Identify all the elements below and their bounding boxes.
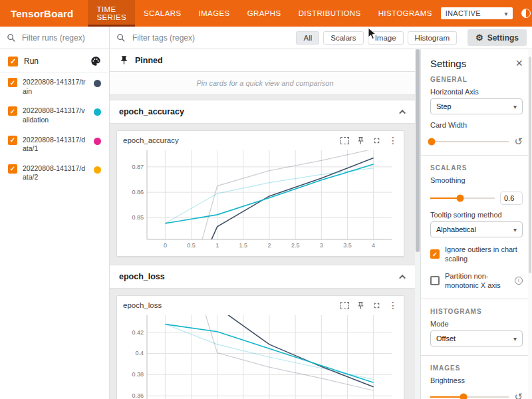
run-checkbox[interactable]: ✓	[8, 136, 17, 145]
images-section-label: IMAGES	[430, 364, 523, 372]
settings-scrollbar[interactable]	[528, 49, 532, 399]
svg-text:0: 0	[164, 242, 167, 249]
histogram-mode-select[interactable]: Offset ▾	[430, 331, 523, 346]
svg-text:0.86: 0.86	[132, 189, 144, 196]
run-color-dot	[94, 108, 101, 116]
selection-box-icon[interactable]	[340, 137, 349, 144]
slider-thumb[interactable]	[428, 138, 436, 145]
smoothing-slider[interactable]	[430, 198, 495, 199]
fullscreen-icon[interactable]	[372, 136, 381, 145]
run-label: 20220808-141317/data/2	[23, 164, 88, 182]
run-color-dot	[94, 138, 101, 145]
scrollbar-thumb[interactable]	[529, 57, 531, 273]
chevron-down-icon: ▾	[504, 10, 507, 17]
filter-chip-histogram[interactable]: Histogram	[408, 31, 457, 45]
app-title: TensorBoard	[0, 8, 88, 19]
tooltip-sort-select[interactable]: Alphabetical ▾	[430, 221, 523, 237]
tab-graphs[interactable]: GRAPHS	[239, 0, 290, 27]
pin-icon[interactable]	[356, 136, 365, 145]
settings-panel-title: Settings	[430, 58, 466, 69]
section-header-epoch-accuracy[interactable]: epoch_accuracy	[110, 100, 420, 124]
select-all-runs-checkbox[interactable]: ✓	[8, 57, 18, 66]
filter-tags-input[interactable]	[131, 33, 284, 43]
selection-box-icon[interactable]	[340, 302, 349, 309]
tab-histograms[interactable]: HISTOGRAMS	[370, 0, 441, 27]
tab-images[interactable]: IMAGES	[190, 0, 239, 27]
section-title: epoch_accuracy	[119, 107, 184, 116]
tab-scalars[interactable]: SCALARS	[135, 0, 190, 27]
tag-filter-chips: All Scalars Image Histogram ⚙ Settings	[296, 29, 527, 46]
run-checkbox[interactable]: ✓	[8, 106, 17, 116]
section-header-epoch-loss[interactable]: epoch_loss	[110, 265, 420, 289]
close-icon[interactable]: ×	[515, 57, 523, 69]
run-row-validation[interactable]: ✓ 20220808-141317/validation	[0, 101, 109, 130]
pin-icon[interactable]	[356, 301, 365, 310]
tab-distributions[interactable]: DISTRIBUTIONS	[290, 0, 370, 27]
tab-time-series[interactable]: TIME SERIES	[88, 0, 135, 27]
app-header: TensorBoard TIME SERIES SCALARS IMAGES G…	[0, 0, 532, 27]
more-options-icon[interactable]: ⋮	[388, 301, 398, 310]
run-checkbox[interactable]: ✓	[8, 164, 17, 174]
horizontal-axis-label: Horizontal Axis	[430, 88, 523, 96]
settings-button[interactable]: ⚙ Settings	[467, 29, 527, 46]
palette-icon[interactable]	[90, 56, 101, 66]
chevron-up-icon[interactable]	[399, 274, 406, 281]
info-icon[interactable]: i	[515, 277, 523, 285]
smoothing-value-input[interactable]: 0.6	[500, 192, 523, 205]
reset-icon[interactable]: ↺	[514, 136, 523, 146]
run-color-dot	[94, 80, 101, 87]
theme-toggle-icon[interactable]	[519, 6, 532, 21]
ignore-outliers-checkbox[interactable]: ✓	[430, 249, 440, 259]
partition-x-axis-checkbox[interactable]	[430, 276, 440, 285]
histograms-section-label: HISTOGRAMS	[430, 308, 523, 315]
horizontal-axis-select[interactable]: Step ▾	[430, 98, 523, 114]
card-width-slider[interactable]	[430, 141, 509, 142]
filter-chip-image[interactable]: Image	[368, 31, 404, 45]
pin-icon	[119, 55, 129, 65]
reset-icon[interactable]: ↺	[514, 392, 523, 399]
slider-thumb[interactable]	[460, 393, 467, 399]
run-row-data-2[interactable]: ✓ 20220808-141317/data/2	[0, 159, 109, 188]
svg-text:3.5: 3.5	[343, 242, 352, 249]
fullscreen-icon[interactable]	[372, 301, 381, 310]
filter-chip-scalars[interactable]: Scalars	[323, 31, 363, 45]
chevron-down-icon: ▾	[513, 103, 517, 110]
general-section-label: GENERAL	[430, 76, 523, 83]
partition-x-axis-row[interactable]: Partition non-monotonic X axis i	[430, 271, 523, 291]
svg-text:1.5: 1.5	[239, 242, 248, 249]
brightness-slider[interactable]	[430, 396, 509, 398]
svg-text:0.36: 0.36	[132, 392, 144, 399]
filter-chip-all[interactable]: All	[296, 31, 319, 45]
svg-text:2: 2	[267, 242, 271, 249]
epoch-loss-line-chart[interactable]: 00.511.522.533.540.360.380.40.42	[123, 311, 398, 399]
slider-thumb[interactable]	[456, 195, 464, 202]
epoch-accuracy-line-chart[interactable]: 00.511.522.533.540.850.860.87	[123, 146, 398, 251]
svg-text:0.85: 0.85	[132, 214, 144, 221]
run-checkbox[interactable]: ✓	[8, 78, 17, 87]
runs-header-label: Run	[24, 57, 84, 66]
run-row-train[interactable]: ✓ 20220808-141317/train	[0, 72, 109, 101]
card-title: epoch_loss	[123, 301, 162, 309]
cards-area: Pinned Pin cards for a quick view and co…	[110, 49, 420, 399]
main-scrollbar[interactable]	[415, 49, 420, 399]
more-options-icon[interactable]: ⋮	[388, 136, 398, 145]
scrollbar-thumb[interactable]	[416, 49, 420, 252]
run-label: 20220808-141317/train	[23, 78, 88, 96]
scalars-section-label: SCALARS	[430, 164, 523, 172]
run-label: 20220808-141317/validation	[23, 106, 88, 124]
section-title: epoch_loss	[119, 272, 165, 281]
chevron-up-icon[interactable]	[399, 109, 406, 116]
status-dropdown[interactable]: INACTIVE ▾	[441, 7, 513, 19]
ignore-outliers-row[interactable]: ✓ Ignore outliers in chart scaling	[430, 245, 523, 264]
filter-runs-input[interactable]	[21, 33, 102, 43]
run-row-data-1[interactable]: ✓ 20220808-141317/data/1	[0, 130, 109, 159]
header-actions: INACTIVE ▾ ↻ ⚙ ?	[441, 6, 532, 21]
svg-text:3: 3	[320, 242, 323, 249]
settings-panel: Settings × GENERAL Horizontal Axis Step …	[420, 49, 532, 399]
svg-text:0.38: 0.38	[132, 371, 144, 378]
histogram-mode-label: Mode	[430, 320, 523, 328]
svg-text:4: 4	[372, 242, 375, 249]
pinned-title: Pinned	[135, 56, 163, 65]
svg-text:0.87: 0.87	[132, 164, 144, 170]
svg-text:0.5: 0.5	[187, 242, 196, 249]
